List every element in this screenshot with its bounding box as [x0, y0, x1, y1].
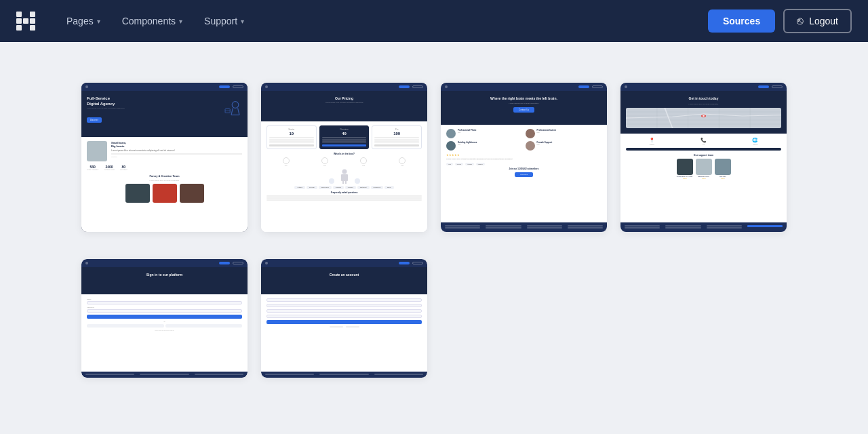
logo-cell [23, 25, 28, 31]
support-hero-sub: Lorem ipsum dolor sit amet consectetur [446, 102, 601, 104]
mini-navbar-3 [441, 83, 607, 91]
faq-label: Frequently asked questions [267, 191, 422, 194]
login-hero: Sign in to our platform [81, 267, 248, 294]
logo-cell [23, 18, 28, 24]
pricing-body: Starter 19 Premium [261, 121, 427, 232]
support-avatar-3 [446, 141, 456, 151]
mini-nav-btn2-2 [412, 85, 423, 88]
mini-nav-btn2-3 [592, 85, 603, 88]
register-confirm-field [267, 315, 422, 318]
nav-item-support[interactable]: Support ▾ [195, 10, 254, 32]
feature-icon-4 [399, 157, 406, 164]
contact-team-label: Our support team [626, 154, 781, 157]
support-member-3: Guiding Lighthouse Role [446, 141, 523, 151]
mini-navbar-4 [620, 83, 787, 91]
card-agency[interactable]: Full-ServiceDigital Agency Lorem ipsum d… [81, 83, 248, 232]
nav-items: Pages ▾ Components ▾ Support ▾ [57, 10, 708, 32]
svg-rect-7 [341, 174, 348, 181]
agency-body: Small team,Big hearts Lorem ipsum dolor … [81, 137, 248, 232]
logo-cell [16, 25, 22, 31]
register-hero-title: Create an account [267, 273, 422, 277]
mini-nav-btn2 [233, 85, 243, 88]
register-link-2 [346, 326, 359, 328]
login-register-link: Don't have an account? Sign up [87, 330, 242, 331]
nav-components-label: Components [122, 16, 176, 26]
register-hero: Create an account [261, 267, 427, 294]
support-member-1: Professional Photo Role [446, 129, 523, 138]
feature-icon-1 [283, 157, 290, 164]
contact-portrait-3 [715, 159, 731, 175]
login-facebook-btn [165, 324, 243, 328]
stat-projects-label: Projects Done [104, 169, 115, 171]
mini-nav-logo-2 [265, 85, 268, 88]
faq-lines [267, 195, 422, 201]
pricing-logos: Antdex Paypal Discourse Google Forbes Pi… [267, 186, 422, 189]
agency-hero-title: Full-ServiceDigital Agency [87, 96, 195, 107]
agency-hero-subtitle: Lorem ipsum dolor sit amet consectetur a… [87, 107, 242, 110]
agency-illustration [223, 100, 243, 119]
payment-logo-paypal: Paypal [455, 163, 463, 165]
support-avatar-1 [446, 129, 456, 138]
login-password-field [87, 309, 242, 313]
card-support[interactable]: Where the right brain meets the left bra… [441, 83, 607, 232]
login-hero-title: Sign in to our platform [87, 273, 242, 277]
plan-starter: Starter 19 [267, 125, 317, 149]
svg-line-2 [238, 108, 239, 115]
nav-item-pages[interactable]: Pages ▾ [57, 10, 110, 32]
mini-nav-logo-3 [445, 85, 448, 88]
logo-grid [16, 12, 35, 31]
contact-map [626, 108, 781, 128]
register-email-field [267, 304, 422, 307]
card-contact[interactable]: Get in touch today Lorem ipsum dolor sit… [620, 83, 787, 232]
agency-team-photo [87, 141, 107, 161]
card-login[interactable]: Sign in to our platform Email Password o… [81, 259, 248, 378]
svg-line-1 [231, 108, 233, 115]
cards-grid-row1: Full-ServiceDigital Agency Lorem ipsum d… [0, 42, 868, 259]
payment-logo-visa: Visa [446, 163, 453, 165]
mini-nav-btn-3 [578, 85, 589, 88]
login-google-btn [87, 324, 164, 328]
plan-premium: Premium 49 [319, 125, 370, 149]
register-link-1 [330, 326, 343, 328]
logo-cell [30, 18, 35, 24]
feature-icon-2 [321, 157, 328, 164]
creative-team-label: Funny & Creative Team [87, 174, 242, 178]
pricing-plans: Starter 19 Premium [267, 125, 422, 149]
support-hero-title: Where the right brain meets the left bra… [446, 96, 601, 100]
nav-item-components[interactable]: Components ▾ [113, 10, 192, 32]
contact-progress-bar [626, 148, 781, 151]
logo-cell [16, 18, 22, 24]
mini-navbar-5 [81, 259, 248, 267]
pricing-hero: Our Pricing Lorem ipsum dolor sit amet c… [261, 91, 427, 121]
sources-button[interactable]: Sources [708, 9, 775, 33]
contact-footer [620, 222, 787, 232]
agency-stats: 530 Team Members 2400 Projects Done 80 C… [87, 165, 242, 171]
map-svg [626, 108, 781, 128]
register-name-field [267, 298, 422, 302]
svg-rect-10 [626, 108, 781, 128]
contact-body: 📍 Address 📞 Call 🌐 Website Our [620, 134, 787, 222]
login-email-field [87, 301, 242, 304]
portrait-2 [153, 184, 177, 203]
logout-button[interactable]: ⎋ Logout [783, 9, 852, 33]
plan-pro: Pro 199 [372, 125, 422, 149]
login-body: Email Password or Don't have an account?… [81, 294, 248, 372]
chevron-down-icon: ▾ [179, 18, 182, 25]
contact-portrait-2 [696, 159, 712, 175]
mini-nav-btn-2 [399, 85, 410, 88]
mini-navbar-6 [261, 259, 427, 267]
card-register[interactable]: Create an account [261, 259, 427, 378]
payment-logos: Visa Paypal Antique Feifeico [446, 163, 601, 165]
empty-slot-2 [620, 259, 787, 378]
logo[interactable] [16, 12, 35, 31]
chevron-down-icon: ▾ [97, 18, 100, 25]
review-text: Lorem ipsum dolor sit amet consectetur a… [446, 158, 601, 161]
card-pricing[interactable]: Our Pricing Lorem ipsum dolor sit amet c… [261, 83, 427, 232]
empty-slot-1 [441, 259, 607, 378]
svg-point-6 [342, 170, 347, 174]
contact-icon-web: 🌐 Website [752, 138, 758, 145]
login-submit-btn [87, 315, 242, 319]
support-avatar-2 [526, 129, 535, 138]
logo-cell [30, 12, 35, 17]
portrait-1 [125, 184, 150, 203]
